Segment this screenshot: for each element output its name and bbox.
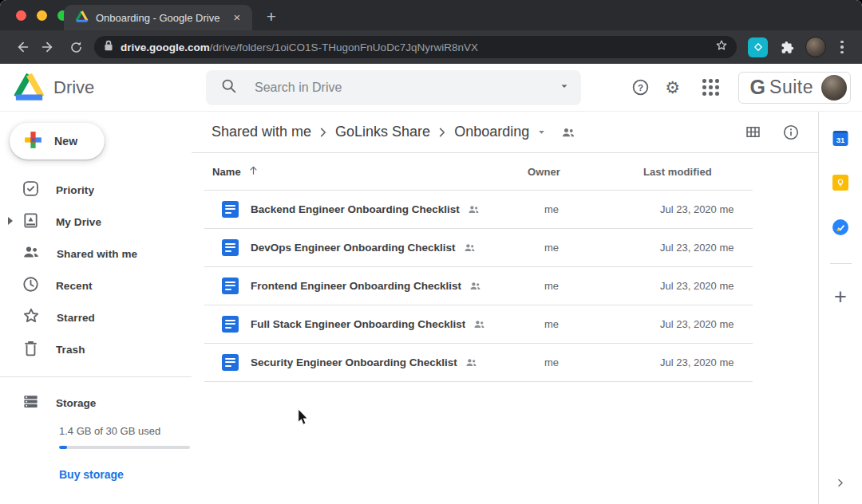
file-name: Full Stack Engineer Onboarding Checklist: [251, 318, 465, 330]
storage-meter: [59, 446, 190, 449]
bookmark-star-icon[interactable]: [714, 38, 729, 56]
settings-gear-icon[interactable]: ⚙: [657, 72, 689, 104]
golinks-extension-icon[interactable]: [748, 37, 768, 57]
sidebar: New Priority My Drive Shared with m: [0, 112, 192, 504]
table-header: Name Owner Last modified: [204, 153, 753, 191]
reload-icon[interactable]: [64, 35, 88, 59]
column-header-modified[interactable]: Last modified: [637, 166, 753, 178]
file-modified: Jul 23, 2020 me: [654, 203, 753, 215]
file-modified: Jul 23, 2020 me: [654, 318, 753, 330]
file-shared-icon: [465, 356, 478, 369]
search-bar[interactable]: Search in Drive: [206, 70, 581, 105]
tasks-icon[interactable]: [832, 219, 848, 235]
file-row[interactable]: Security Engineer Onboarding Checklist m…: [204, 344, 753, 382]
google-apps-grid-icon[interactable]: [695, 72, 727, 104]
column-header-name[interactable]: Name: [212, 164, 528, 179]
search-options-caret-icon[interactable]: [559, 81, 570, 95]
file-modified: Jul 23, 2020 me: [654, 280, 753, 292]
sort-ascending-icon[interactable]: [247, 164, 259, 179]
calendar-icon[interactable]: 31: [833, 131, 848, 146]
storage-usage-text: 1.4 GB of 30 GB used: [59, 425, 192, 437]
svg-text:?: ?: [638, 83, 643, 93]
breadcrumb: Shared with me GoLinks Share Onboarding: [192, 112, 818, 153]
file-name: Backend Engineer Onboarding Checklist: [251, 203, 460, 215]
collapse-panel-chevron-icon[interactable]: [834, 476, 848, 493]
tab-strip: Onboarding - Google Drive × +: [0, 0, 862, 30]
file-row[interactable]: Full Stack Engineer Onboarding Checklist…: [204, 305, 753, 344]
sidebar-item-starred[interactable]: Starred: [0, 301, 192, 333]
buy-storage-link[interactable]: Buy storage: [59, 468, 124, 481]
file-table: Name Owner Last modified Backend Enginee…: [204, 153, 753, 382]
file-name: Security Engineer Onboarding Checklist: [251, 356, 457, 368]
drive-logo-icon: [13, 72, 45, 104]
column-header-owner[interactable]: Owner: [528, 166, 637, 178]
sidebar-divider: [0, 376, 192, 377]
file-modified: Jul 23, 2020 me: [654, 356, 753, 368]
gsuite-g-logo: G: [750, 76, 765, 99]
file-owner: me: [544, 356, 654, 368]
sidebar-item-shared-with-me[interactable]: Shared with me: [0, 238, 192, 270]
chrome-menu-icon[interactable]: [832, 35, 852, 59]
file-name: DevOps Engineer Onboarding Checklist: [251, 242, 456, 254]
star-icon: [22, 306, 41, 329]
folder-menu-caret-icon[interactable]: [536, 126, 548, 138]
clock-icon: [22, 275, 40, 297]
google-docs-icon: [222, 201, 239, 218]
trash-icon: [22, 339, 40, 360]
back-icon[interactable]: [10, 35, 34, 59]
account-avatar[interactable]: [821, 75, 847, 100]
drive-logo-home[interactable]: Drive: [0, 72, 192, 104]
url-path: /drive/folders/1oiCO1S-THugonFnUoDc7JqNy…: [210, 41, 478, 53]
folder-shared-icon: [560, 124, 576, 140]
keep-icon[interactable]: [832, 175, 848, 191]
chevron-right-icon: [314, 124, 332, 141]
browser-window: Onboarding - Google Drive × + driv: [0, 0, 862, 504]
google-docs-icon: [222, 278, 239, 294]
gsuite-label: Suite: [769, 77, 813, 98]
my-drive-icon: [22, 211, 40, 233]
storage-meter-fill: [59, 446, 67, 449]
search-icon[interactable]: [220, 77, 237, 97]
browser-avatar[interactable]: [804, 35, 828, 59]
file-row[interactable]: Backend Engineer Onboarding Checklist me…: [204, 191, 753, 229]
file-name-cell[interactable]: Backend Engineer Onboarding Checklist: [239, 203, 544, 216]
file-name-cell[interactable]: Full Stack Engineer Onboarding Checklist: [239, 317, 544, 331]
sidebar-item-trash[interactable]: Trash: [0, 333, 192, 365]
gsuite-account-badge[interactable]: G Suite: [738, 72, 851, 104]
breadcrumb-shared-with-me[interactable]: Shared with me: [212, 124, 311, 140]
tab-title: Onboarding - Google Drive: [96, 12, 230, 24]
file-name-cell[interactable]: Security Engineer Onboarding Checklist: [239, 356, 544, 369]
file-shared-icon: [469, 279, 482, 293]
sidebar-item-my-drive[interactable]: My Drive: [0, 206, 192, 238]
info-icon[interactable]: [775, 116, 807, 148]
window-minimize-button[interactable]: [37, 10, 47, 21]
sidebar-item-priority[interactable]: Priority: [0, 174, 192, 206]
tab-close-icon[interactable]: ×: [230, 10, 244, 25]
grid-view-icon[interactable]: [737, 116, 769, 148]
new-button-label: New: [54, 135, 77, 148]
breadcrumb-golinks-share[interactable]: GoLinks Share: [335, 124, 430, 140]
sidebar-item-storage[interactable]: Storage: [0, 388, 192, 417]
main-content: Shared with me GoLinks Share Onboarding: [192, 112, 818, 504]
breadcrumb-onboarding[interactable]: Onboarding: [454, 124, 529, 140]
google-docs-icon: [222, 239, 239, 256]
address-bar[interactable]: drive.google.com/drive/folders/1oiCO1S-T…: [94, 36, 737, 58]
browser-tab[interactable]: Onboarding - Google Drive ×: [64, 5, 252, 30]
file-name-cell[interactable]: Frontend Engineer Onboarding Checklist: [239, 279, 544, 293]
file-name-cell[interactable]: DevOps Engineer Onboarding Checklist: [239, 241, 544, 254]
sidebar-item-recent[interactable]: Recent: [0, 270, 192, 301]
new-button[interactable]: New: [10, 123, 105, 159]
file-row[interactable]: Frontend Engineer Onboarding Checklist m…: [204, 267, 753, 305]
file-row[interactable]: DevOps Engineer Onboarding Checklist me …: [204, 229, 753, 267]
drive-wordmark: Drive: [53, 77, 94, 98]
file-name: Frontend Engineer Onboarding Checklist: [251, 280, 461, 292]
help-icon[interactable]: ?: [625, 72, 657, 104]
forward-icon[interactable]: [37, 35, 61, 59]
expand-arrow-icon[interactable]: [8, 217, 13, 225]
window-close-button[interactable]: [16, 10, 26, 21]
add-addon-icon[interactable]: +: [834, 285, 847, 308]
window-controls: [16, 10, 68, 21]
extensions-puzzle-icon[interactable]: [775, 35, 799, 59]
search-input[interactable]: Search in Drive: [255, 81, 559, 95]
new-tab-button[interactable]: +: [260, 6, 283, 29]
